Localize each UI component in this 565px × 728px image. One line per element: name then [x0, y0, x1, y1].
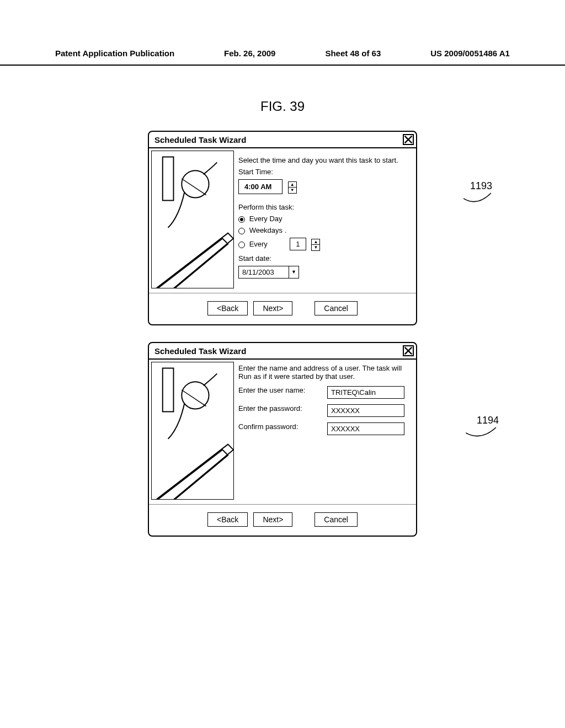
- spinner-up-icon[interactable]: ▲: [312, 239, 319, 245]
- spinner-down-icon[interactable]: ▼: [312, 245, 319, 250]
- pub-number: US 2009/0051486 A1: [430, 49, 510, 58]
- confirm-password-input[interactable]: XXXXXX: [327, 422, 404, 435]
- close-icon[interactable]: [403, 134, 414, 145]
- start-date-value: 8/11/2003: [239, 266, 289, 278]
- back-button[interactable]: <Back: [207, 301, 248, 315]
- wizard-dialog-credentials: Scheduled Task Wizard Enter the name and…: [148, 342, 417, 537]
- radio-everyday[interactable]: [238, 216, 245, 223]
- spinner-down-icon[interactable]: ▼: [289, 188, 296, 193]
- username-input[interactable]: TRITEQ\Calin: [327, 386, 404, 399]
- pub-date: Feb. 26, 2009: [224, 49, 275, 58]
- cancel-button[interactable]: Cancel: [315, 512, 358, 527]
- wizard-illustration: [151, 151, 234, 288]
- opt-everyday-label: Every Day: [249, 215, 282, 223]
- every-days-input[interactable]: 1: [290, 238, 306, 250]
- next-button[interactable]: Next>: [253, 512, 292, 527]
- dialog-title: Scheduled Task Wizard: [154, 346, 246, 356]
- time-spinner[interactable]: ▲▼: [288, 181, 297, 194]
- button-row: <Back Next> Cancel: [149, 293, 416, 324]
- spinner-up-icon[interactable]: ▲: [289, 182, 296, 188]
- start-date-dropdown[interactable]: 8/11/2003 ▼: [238, 266, 299, 279]
- chevron-down-icon[interactable]: ▼: [289, 266, 299, 278]
- back-button[interactable]: <Back: [207, 512, 248, 527]
- next-button[interactable]: Next>: [253, 301, 292, 315]
- days-spinner[interactable]: ▲▼: [311, 239, 320, 251]
- svg-rect-2: [163, 157, 174, 201]
- password-input[interactable]: XXXXXX: [327, 404, 404, 417]
- perform-task-label: Perform this task:: [238, 203, 412, 211]
- opt-weekdays-label: Weekdays .: [249, 226, 287, 234]
- dialog-content: Select the time and day you want this ta…: [236, 148, 416, 291]
- figure-label: FIG. 39: [0, 99, 565, 114]
- instruction-text: Select the time and day you want this ta…: [238, 156, 412, 164]
- start-time-label: Start Time:: [238, 168, 412, 176]
- instruction-line2: Run as if it were started by that user.: [238, 372, 412, 381]
- instruction-line1: Enter the name and address of a user. Th…: [238, 364, 412, 372]
- password-label: Enter the password:: [238, 404, 323, 417]
- dialog-content: Enter the name and address of a user. Th…: [236, 360, 416, 502]
- wizard-dialog-time: Scheduled Task Wizard Select the time an…: [148, 131, 417, 325]
- page-header: Patent Application Publication Feb. 26, …: [0, 0, 565, 66]
- cancel-button[interactable]: Cancel: [315, 301, 358, 315]
- radio-every[interactable]: [238, 242, 245, 248]
- button-row: <Back Next> Cancel: [149, 504, 416, 536]
- start-date-label: Start date:: [238, 254, 412, 263]
- start-time-input[interactable]: 4:00 AM: [238, 179, 282, 194]
- opt-every-label: Every: [249, 240, 268, 248]
- dialog-title: Scheduled Task Wizard: [154, 135, 246, 144]
- title-bar: Scheduled Task Wizard: [149, 343, 416, 360]
- pub-label: Patent Application Publication: [55, 49, 174, 58]
- radio-weekdays[interactable]: [238, 228, 245, 234]
- title-bar: Scheduled Task Wizard: [149, 132, 416, 148]
- close-icon[interactable]: [403, 345, 414, 356]
- sheet-num: Sheet 48 of 63: [325, 49, 381, 58]
- wizard-illustration: [151, 362, 234, 500]
- svg-rect-7: [163, 368, 174, 412]
- confirm-password-label: Confirm password:: [238, 422, 323, 435]
- svg-line-9: [182, 390, 206, 406]
- svg-line-4: [182, 179, 206, 195]
- username-label: Enter the user name:: [238, 386, 323, 399]
